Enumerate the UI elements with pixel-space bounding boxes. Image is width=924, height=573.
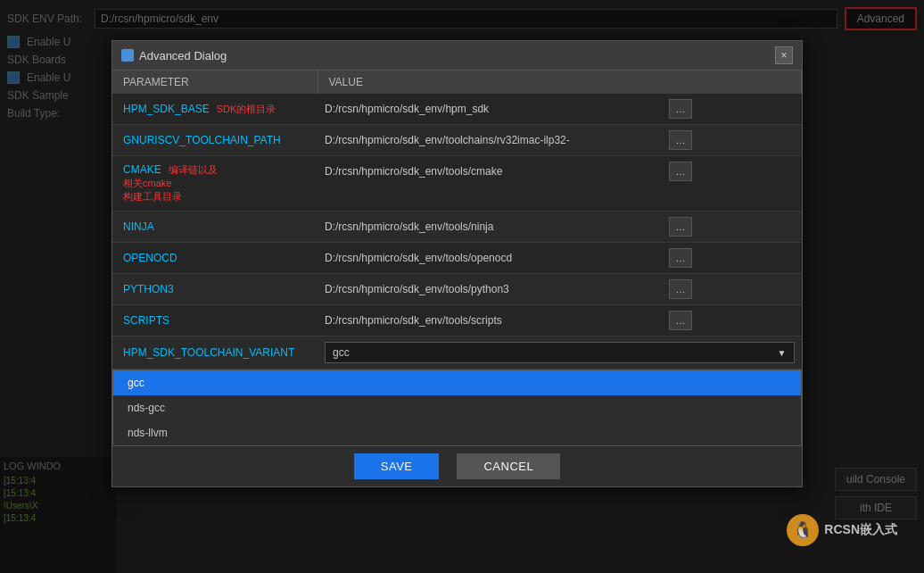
param-value-text: D:/rcsn/hpmicro/sdk_env/toolchains/rv32i… [325,134,664,146]
dialog-footer: SAVE CANCEL [112,446,802,486]
param-name-text: PYTHON3 [123,283,174,295]
param-name-text: HPM_SDK_TOOLCHAIN_VARIANT [123,346,294,359]
param-cell-name: GNURISCV_TOOLCHAIN_PATH [112,125,318,156]
browse-button[interactable]: … [669,248,692,268]
param-value-text: D:/rcsn/hpmicro/sdk_env/tools/cmake [325,165,664,178]
table-header-row: PARAMETER VALUE [112,71,802,94]
param-value-text: D:/rcsn/hpmicro/sdk_env/tools/scripts [325,314,664,327]
param-cell-name: HPM_SDK_BASESDK的根目录 [112,94,318,125]
browse-button[interactable]: … [669,130,692,150]
param-cell-value: D:/rcsn/hpmicro/sdk_env/toolchains/rv32i… [318,125,802,155]
param-name-text: OPENOCD [123,252,177,264]
dropdown-popup: gccnds-gccnds-llvm [112,370,802,446]
table-row: OPENOCDD:/rcsn/hpmicro/sdk_env/tools/ope… [112,243,802,274]
table-row: HPM_SDK_BASESDK的根目录D:/rcsn/hpmicro/sdk_e… [112,94,802,125]
table-row: NINJAD:/rcsn/hpmicro/sdk_env/tools/ninja… [112,212,802,243]
param-cell-name: PYTHON3 [112,274,318,305]
param-name-text: HPM_SDK_BASE [123,103,210,115]
param-value-text: D:/rcsn/hpmicro/sdk_env/tools/ninja [325,220,664,233]
param-cell-value: D:/rcsn/hpmicro/sdk_env/tools/python3… [318,274,802,304]
dialog-close-button[interactable]: × [775,46,793,64]
param-cell-name: OPENOCD [112,243,318,274]
table-row: SCRIPTSD:/rcsn/hpmicro/sdk_env/tools/scr… [112,305,802,336]
browse-button[interactable]: … [669,217,692,237]
browse-button[interactable]: … [669,162,692,181]
dialog-icon [121,49,134,62]
watermark-text: RCSN嵌入式 [824,522,897,538]
browse-button[interactable]: … [669,99,692,119]
advanced-dialog: Advanced Dialog × PARAMETER VALUE HPM_SD… [111,40,803,487]
dropdown-option[interactable]: nds-gcc [113,395,801,420]
param-cell-name: NINJA [112,212,318,243]
table-row: PYTHON3D:/rcsn/hpmicro/sdk_env/tools/pyt… [112,274,802,305]
cancel-button[interactable]: CANCEL [457,453,560,479]
table-row: GNURISCV_TOOLCHAIN_PATHD:/rcsn/hpmicro/s… [112,125,802,156]
parameter-table: PARAMETER VALUE HPM_SDK_BASESDK的根目录D:/rc… [112,71,802,370]
dialog-title-left: Advanced Dialog [121,49,227,62]
watermark: 🐧 RCSN嵌入式 [787,514,897,546]
dialog-title-text: Advanced Dialog [139,49,227,62]
param-cell-value: gcc▼ [318,336,802,369]
param-name-text: SCRIPTS [123,314,169,327]
param-name-text: NINJA [123,220,154,233]
param-value-text: D:/rcsn/hpmicro/sdk_env/hpm_sdk [325,103,664,115]
dropdown-option[interactable]: gcc [113,370,801,395]
dialog-titlebar: Advanced Dialog × [112,41,802,71]
sdk-root-annotation: SDK的根目录 [217,104,276,114]
param-cell-name: SCRIPTS [112,305,318,336]
dropdown-selector[interactable]: gcc▼ [325,342,795,363]
param-cell-name: HPM_SDK_TOOLCHAIN_VARIANT [112,336,318,370]
dropdown-option[interactable]: nds-llvm [113,420,801,445]
col-parameter: PARAMETER [112,71,318,94]
table-row: HPM_SDK_TOOLCHAIN_VARIANTgcc▼ [112,336,802,370]
browse-button[interactable]: … [669,279,692,299]
param-cell-value: D:/rcsn/hpmicro/sdk_env/tools/openocd… [318,243,802,273]
col-value: VALUE [318,71,802,94]
param-name-text: CMAKE [123,163,161,176]
param-name-text: GNURISCV_TOOLCHAIN_PATH [123,134,281,146]
watermark-icon: 🐧 [787,514,819,546]
chevron-down-icon: ▼ [778,348,787,358]
param-value-text: D:/rcsn/hpmicro/sdk_env/tools/openocd [325,252,664,264]
save-button[interactable]: SAVE [354,453,440,479]
table-row: CMAKE编译链以及 相关cmake 构建工具目录D:/rcsn/hpmicro… [112,156,802,212]
param-cell-value: D:/rcsn/hpmicro/sdk_env/tools/ninja… [318,212,802,242]
dropdown-selected-value: gcc [333,346,350,359]
param-cell-name: CMAKE编译链以及 相关cmake 构建工具目录 [112,156,318,212]
browse-button[interactable]: … [669,311,692,330]
param-cell-value: D:/rcsn/hpmicro/sdk_env/tools/cmake… [318,156,802,187]
param-value-text: D:/rcsn/hpmicro/sdk_env/tools/python3 [325,283,664,295]
param-cell-value: D:/rcsn/hpmicro/sdk_env/hpm_sdk… [318,94,802,124]
param-cell-value: D:/rcsn/hpmicro/sdk_env/tools/scripts… [318,305,802,336]
